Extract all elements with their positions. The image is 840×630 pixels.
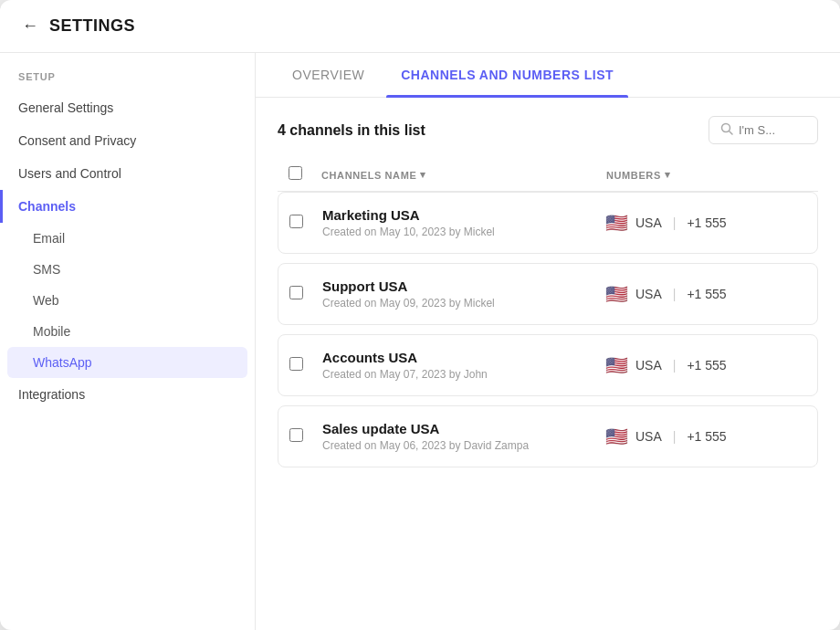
sidebar-item-general-settings[interactable]: General Settings — [0, 91, 255, 124]
channel-name: Marketing USA — [322, 207, 605, 223]
channel-meta: Created on May 06, 2023 by David Zampa — [322, 439, 605, 452]
col-numbers-sort-icon: ▾ — [665, 169, 671, 181]
list-count: 4 channels in this list — [278, 122, 425, 139]
phone-number: +1 555 — [687, 215, 726, 230]
flag-icon: 🇺🇸 — [605, 354, 628, 376]
table-row: Sales update USA Created on May 06, 2023… — [278, 405, 818, 467]
channel-meta: Created on May 07, 2023 by John — [322, 368, 605, 381]
row-checkbox-col — [289, 428, 322, 446]
sidebar-sub-item-email[interactable]: Email — [0, 223, 255, 254]
country-label: USA — [635, 429, 662, 444]
header: ← SETTINGS — [0, 0, 840, 53]
tabs-bar: OVERVIEW CHANNELS AND NUMBERS LIST — [256, 53, 840, 98]
svg-line-1 — [730, 131, 733, 135]
select-all-checkbox[interactable] — [289, 166, 302, 180]
divider: | — [673, 215, 677, 230]
flag-icon: 🇺🇸 — [605, 212, 628, 234]
tab-overview[interactable]: OVERVIEW — [278, 53, 379, 97]
channel-meta: Created on May 09, 2023 by Mickel — [322, 297, 605, 310]
search-box[interactable] — [709, 116, 818, 144]
search-input[interactable] — [739, 123, 793, 137]
channel-number: 🇺🇸 USA | +1 555 — [605, 212, 806, 234]
row-checkbox-col — [289, 286, 322, 303]
channel-number: 🇺🇸 USA | +1 555 — [605, 354, 806, 376]
table-header: CHANNELS NAME ▾ NUMBERS ▾ — [278, 159, 818, 192]
row-checkbox[interactable] — [289, 286, 303, 299]
back-button[interactable]: ← — [22, 16, 38, 36]
sidebar-item-integrations[interactable]: Integrations — [0, 378, 255, 411]
divider: | — [673, 287, 677, 301]
sidebar: SETUP General Settings Consent and Priva… — [0, 53, 256, 630]
sidebar-sub-item-sms[interactable]: SMS — [0, 254, 255, 285]
main-panel: OVERVIEW CHANNELS AND NUMBERS LIST 4 cha… — [256, 53, 840, 630]
sidebar-sub-item-whatsapp[interactable]: WhatsApp — [7, 347, 247, 378]
table-row: Marketing USA Created on May 10, 2023 by… — [278, 192, 818, 254]
row-checkbox[interactable] — [289, 428, 303, 442]
country-label: USA — [635, 215, 662, 230]
flag-icon: 🇺🇸 — [605, 425, 628, 447]
table-row: Accounts USA Created on May 07, 2023 by … — [278, 334, 818, 396]
channel-info: Accounts USA Created on May 07, 2023 by … — [322, 350, 605, 381]
divider: | — [673, 358, 677, 373]
row-checkbox[interactable] — [289, 215, 303, 228]
channel-info: Support USA Created on May 09, 2023 by M… — [322, 278, 605, 310]
table-select-all-col — [289, 166, 321, 184]
row-checkbox-col — [289, 215, 322, 232]
sidebar-sub-item-mobile[interactable]: Mobile — [0, 316, 255, 347]
search-icon — [720, 122, 733, 138]
channel-list: Marketing USA Created on May 10, 2023 by… — [278, 192, 818, 467]
table-row: Support USA Created on May 09, 2023 by M… — [278, 263, 818, 325]
list-header: 4 channels in this list — [278, 116, 818, 144]
sidebar-item-channels[interactable]: Channels — [0, 190, 255, 223]
country-label: USA — [635, 287, 662, 301]
row-checkbox[interactable] — [289, 357, 303, 371]
phone-number: +1 555 — [687, 429, 726, 444]
col-name-sort-icon: ▾ — [420, 169, 426, 181]
row-checkbox-col — [289, 357, 322, 374]
page-title: SETTINGS — [49, 16, 135, 36]
col-header-numbers[interactable]: NUMBERS ▾ — [606, 169, 807, 181]
channel-name: Accounts USA — [322, 350, 605, 365]
country-label: USA — [635, 358, 662, 373]
divider: | — [673, 429, 677, 444]
channel-number: 🇺🇸 USA | +1 555 — [605, 425, 806, 447]
content-area: SETUP General Settings Consent and Priva… — [0, 53, 840, 630]
sidebar-item-users-control[interactable]: Users and Control — [0, 157, 255, 190]
sidebar-item-consent-privacy[interactable]: Consent and Privacy — [0, 124, 255, 157]
col-header-name[interactable]: CHANNELS NAME ▾ — [321, 169, 606, 181]
sidebar-section-label: SETUP — [0, 71, 255, 91]
main-content: 4 channels in this list — [256, 98, 840, 630]
tab-channels-numbers[interactable]: CHANNELS AND NUMBERS LIST — [386, 53, 628, 97]
flag-icon: 🇺🇸 — [605, 283, 628, 305]
channel-info: Marketing USA Created on May 10, 2023 by… — [322, 207, 605, 238]
sidebar-sub-item-web[interactable]: Web — [0, 285, 255, 316]
app-window: ← SETTINGS SETUP General Settings Consen… — [0, 0, 840, 630]
channel-number: 🇺🇸 USA | +1 555 — [605, 283, 806, 305]
channel-info: Sales update USA Created on May 06, 2023… — [322, 421, 605, 452]
phone-number: +1 555 — [687, 287, 726, 301]
channel-meta: Created on May 10, 2023 by Mickel — [322, 226, 605, 238]
channel-name: Sales update USA — [322, 421, 605, 436]
phone-number: +1 555 — [687, 358, 726, 373]
channel-name: Support USA — [322, 278, 605, 294]
